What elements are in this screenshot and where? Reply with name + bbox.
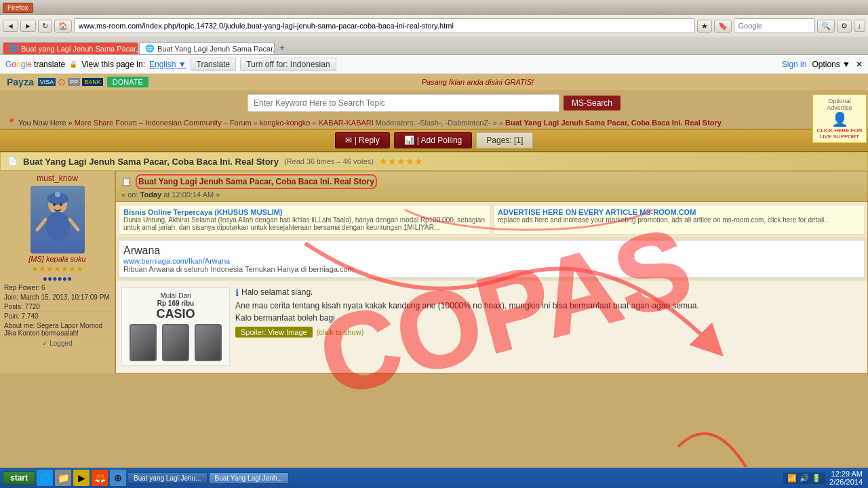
user-rep-power: Rep Power: 6: [3, 283, 112, 293]
post-greeting: Halo selamat siang.: [241, 287, 313, 297]
refresh-btn[interactable]: ↻: [38, 20, 52, 33]
user-poin: Poin: 7.740: [3, 312, 112, 321]
optional-advertise-label: Optional Advertise: [816, 98, 863, 111]
bank-icon: BANK: [82, 78, 103, 86]
location-icon: 📍: [7, 118, 16, 127]
breadcrumb-topic-link[interactable]: Buat Yang Lagi Jenuh Sama Pacar, Coba Ba…: [505, 119, 722, 127]
main-content: must_know: [0, 171, 868, 373]
action-row: ✉ | Reply 📊 | Add Polling Pages: [1]: [0, 129, 868, 152]
ad-top-text: Pasang Iklan anda disini GRATIS!: [422, 77, 534, 87]
arwana-url: www.berniaga.com/Ikan/Arwana: [123, 257, 860, 265]
breadcrumb-link-2[interactable]: Forum: [230, 119, 252, 127]
taskbar-icon-ie[interactable]: 🌐: [37, 470, 53, 486]
arwana-desc: Ribuan Arwana di seluruh Indonesia Temuk…: [123, 265, 860, 273]
home-btn[interactable]: 🏠: [54, 20, 72, 33]
taskbar-clock: 12:29 AM 2/26/2014: [827, 470, 865, 486]
tools-btn[interactable]: ⚙: [837, 20, 852, 33]
taskbar-icon-chrome[interactable]: ⊕: [110, 470, 126, 486]
ad-1-body: Dunia Untung, Akhirat Selamat (Insya All…: [123, 216, 486, 231]
arwana-title[interactable]: Arwana: [123, 245, 860, 257]
ad-1-title[interactable]: Bisnis Online Terpercaya (KHUSUS MUSLIM): [123, 208, 486, 216]
optional-advertise-panel: Optional Advertise 👤 CLICK HERE FOR LIVE…: [812, 94, 867, 143]
bookmark-star-btn[interactable]: ★: [697, 20, 712, 33]
titlebar: Firefox: [0, 0, 868, 15]
donate-btn[interactable]: DONATE: [107, 77, 149, 87]
search-go-btn[interactable]: 🔍: [817, 20, 835, 33]
nav-bar: ◄ ► ↻ 🏠 ★ 🔖 🔍 ⚙ ↓: [0, 15, 868, 37]
tabs-bar: 🌐 Buat yang Lagi Jenuh Sama Pacar, Co...…: [0, 37, 868, 54]
new-tab-btn[interactable]: +: [275, 41, 289, 54]
read-votes: (Read 36 times – 46 votes): [284, 157, 374, 165]
tab-1[interactable]: 🌐 Buat yang Lagi Jenuh Sama Pacar, Co...…: [3, 42, 138, 54]
taskbar-icon-media[interactable]: ▶: [73, 470, 90, 486]
ad-box-1: Bisnis Online Terpercaya (KHUSUS MUSLIM)…: [119, 205, 490, 235]
svg-point-3: [53, 203, 56, 206]
options-btn[interactable]: Options ▼: [812, 60, 850, 69]
pages-btn[interactable]: Pages: [1]: [476, 132, 533, 148]
breadcrumb-link-1[interactable]: More Share Forum – Indonesian Community: [75, 119, 222, 127]
address-bar[interactable]: [74, 18, 695, 33]
taskbar-item-2[interactable]: Buat Yang Lagi Jenh...: [209, 472, 289, 484]
advertise-icon: 👤: [816, 111, 863, 127]
post-date: « on: Today at 12:00:14 AM »: [121, 190, 862, 199]
post-content: Mulai Dari Rp 169 ribu CASIO ℹ: [116, 281, 867, 373]
close-translate-btn[interactable]: ✕: [856, 60, 863, 69]
language-link[interactable]: English ▼: [149, 60, 186, 69]
browser-search-input[interactable]: [734, 18, 815, 33]
taskbar-icon-firefox[interactable]: 🦊: [92, 470, 108, 486]
post-body-1: Ane mau cerita tentang kisah nyata kakak…: [235, 301, 699, 310]
ad-2-title[interactable]: ADVERTISE HERE ON EVERY ARTICLE MS-ROOM.…: [498, 208, 860, 216]
tab-2[interactable]: 🌐 Buat Yang Lagi Jenuh Sama Pacar, Co...…: [139, 42, 275, 54]
translate-btn[interactable]: Translate: [191, 58, 237, 71]
taskbar-item-1[interactable]: Buat yang Lagi Jehu...: [127, 472, 208, 484]
top-area: Payza VISA ⊙ PP BANK DONATE Pasang Iklan…: [0, 74, 868, 90]
logged-icon: ✓: [42, 340, 47, 347]
ad-box-2: ADVERTISE HERE ON EVERY ARTICLE MS-ROOM.…: [493, 205, 865, 235]
view-page-in-label: View this page in:: [81, 60, 145, 69]
download-btn[interactable]: ↓: [854, 20, 866, 32]
rating-stars: ★★★★★: [379, 156, 423, 167]
breadcrumb-link-4[interactable]: KABAR-KABARI: [319, 119, 374, 127]
visa-icon: VISA: [38, 78, 56, 86]
post-title-link[interactable]: Buat Yang Lagi Jenuh Sama Pacar, Coba Ba…: [138, 177, 374, 186]
casio-ad[interactable]: Mulai Dari Rp 169 ribu CASIO: [121, 287, 230, 366]
breadcrumb: 📍 You Now Here » More Share Forum – Indo…: [0, 116, 868, 129]
click-to-show-label: (click to show): [317, 328, 364, 336]
watch-img-3: [195, 324, 222, 361]
svg-point-2: [55, 192, 60, 197]
mastercard-icon: ⊙: [58, 77, 66, 87]
back-btn[interactable]: ◄: [3, 20, 18, 32]
battery-icon: 🔋: [812, 474, 821, 483]
ms-search-btn[interactable]: MS-Search: [564, 96, 620, 110]
payza-logo: Payza: [7, 77, 34, 87]
firefox-btn[interactable]: Firefox: [3, 3, 33, 13]
tab-1-label: Buat yang Lagi Jenuh Sama Pacar, Co...: [21, 45, 138, 53]
paypal-icon: PP: [68, 78, 80, 86]
search-input[interactable]: [248, 94, 559, 112]
reply-btn[interactable]: ✉ | Reply: [335, 132, 390, 148]
taskbar-icon-explorer[interactable]: 📁: [55, 470, 71, 486]
user-about: About me: Segera Lapor Momod Jika Konten…: [3, 321, 112, 338]
forward-btn[interactable]: ►: [20, 20, 36, 32]
tab-2-favicon: 🌐: [145, 44, 155, 53]
polling-icon: 📊: [404, 136, 414, 145]
start-btn[interactable]: start: [3, 471, 35, 485]
turn-off-btn[interactable]: Turn off for: Indonesian: [240, 58, 336, 71]
avatar-svg: [34, 189, 81, 250]
volume-icon: 🔊: [800, 474, 809, 483]
network-icon: 📶: [787, 474, 797, 483]
username-link[interactable]: must_know: [3, 174, 112, 183]
logged-text: ✓ Logged: [3, 340, 112, 347]
spoiler-btn[interactable]: Spoiler: View Image: [235, 327, 313, 338]
add-polling-btn[interactable]: 📊 | Add Polling: [394, 132, 473, 148]
sign-in-link[interactable]: Sign in: [782, 60, 807, 69]
page-content: Payza VISA ⊙ PP BANK DONATE Pasang Iklan…: [0, 74, 868, 488]
bookmark-btn[interactable]: 🔖: [714, 20, 732, 33]
taskbar-system-icons: 📶 🔊 🔋: [783, 472, 825, 484]
breadcrumb-link-3[interactable]: kongko-kongko: [260, 119, 311, 127]
taskbar-program-icons: 🌐 📁 ▶ 🦊 ⊕: [37, 470, 126, 486]
doc-icon: 📄: [7, 157, 18, 166]
user-avatar: [31, 186, 85, 253]
payza-section: Payza VISA ⊙ PP BANK DONATE: [7, 77, 149, 87]
watch-img-1: [130, 324, 157, 361]
